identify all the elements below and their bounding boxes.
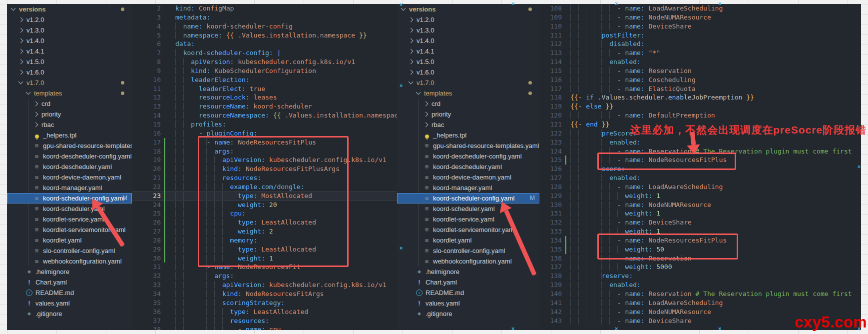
code-line-13[interactable]: 13 resourceName: koord-scheduler [132, 102, 397, 111]
tree-item-rbac[interactable]: rbac [397, 120, 539, 130]
tree-item-v1.4.1[interactable]: v1.4.1 [7, 46, 132, 56]
tree-item-koord-scheduler-config.yaml[interactable]: ≡koord-scheduler-config.yamlM [7, 193, 132, 204]
tree-item-v1.4.1[interactable]: v1.4.1 [397, 46, 539, 56]
code-line-7[interactable]: 7 koord-scheduler-config: | [132, 48, 397, 58]
tree-item-.gitignore[interactable]: ◆.gitignore [397, 308, 539, 319]
tree-item-.helmignore[interactable]: ◆.helmignore [397, 266, 539, 277]
tree-item-crd[interactable]: crd [397, 98, 539, 109]
code-line-110[interactable]: 110 - name: DeviceShare [539, 22, 861, 31]
code-line-141[interactable]: 141 - name: LoadAwareScheduling [539, 298, 861, 308]
tree-item-koord-manager.yaml[interactable]: ≡koord-manager.yaml [7, 182, 132, 193]
line-number: 113 [539, 48, 562, 58]
tree-item-versions[interactable]: versions [397, 4, 539, 14]
tree-item-v1.5.0[interactable]: v1.5.0 [397, 56, 539, 67]
code-line-115[interactable]: 115 - name: Reservation [539, 66, 861, 76]
tree-item-crd[interactable]: crd [7, 98, 132, 109]
code-line-11[interactable]: 11 leaderElect: true [132, 84, 397, 94]
code-line-137[interactable]: 137 weight: 5000 [539, 262, 861, 272]
tree-item-gpu-shared-resource-templates.yaml[interactable]: ≡gpu-shared-resource-templates.yaml [397, 140, 539, 151]
tree-item-chart.yaml[interactable]: !Chart.yaml [397, 277, 539, 288]
tree-item-koord-descheduler-config.yaml[interactable]: ≡koord-descheduler-config.yaml [7, 151, 132, 162]
code-line-34[interactable]: 34 kind: NodeResourcesFitArgs [132, 290, 397, 298]
code-line-129[interactable]: 129 weight: 1 [539, 192, 861, 200]
code-line-2[interactable]: 2kind: ConfigMap [132, 4, 397, 13]
tree-item-v1.7.0[interactable]: v1.7.0 [7, 78, 132, 88]
code-line-119[interactable]: 119{{- else }} [539, 102, 861, 111]
code-line-6[interactable]: 6data: [132, 40, 397, 48]
tree-item-gpu-shared-resource-templates.yaml[interactable]: ≡gpu-shared-resource-templates.yaml [7, 140, 132, 151]
code-line-132[interactable]: 132 - name: DeviceShare [539, 218, 861, 227]
code-line-37[interactable]: 37 resources: [132, 316, 397, 326]
tree-item-koord-scheduler.yaml[interactable]: ≡koord-scheduler.yaml [7, 204, 132, 214]
code-line-118[interactable]: 118{{- if .Values.scheduler.enableJobPre… [539, 93, 861, 102]
code-line-8[interactable]: 8 apiVersion: kubescheduler.config.k8s.i… [132, 58, 397, 66]
code-line-131[interactable]: 131 weight: 1 [539, 209, 861, 218]
code-line-114[interactable]: 114 enabled: [539, 58, 861, 66]
tree-item-versions[interactable]: versions [7, 4, 132, 14]
code-line-128[interactable]: 128 - name: LoadAwareScheduling [539, 182, 861, 192]
tree-item-readme.md[interactable]: iREADME.md [7, 288, 132, 298]
tree-item-koord-device-daemon.yaml[interactable]: ≡koord-device-daemon.yaml [397, 172, 539, 182]
tree-item-v1.4.0[interactable]: v1.4.0 [7, 36, 132, 46]
code-line-9[interactable]: 9 kind: KubeSchedulerConfiguration [132, 66, 397, 76]
tree-item-rbac[interactable]: rbac [7, 120, 132, 130]
tree-item-slo-controller-config.yaml[interactable]: ≡slo-controller-config.yaml [7, 246, 132, 256]
code-line-10[interactable]: 10 leaderElection: [132, 76, 397, 84]
tree-item-values.yaml[interactable]: !values.yaml [7, 298, 132, 308]
tree-item-v1.3.0[interactable]: v1.3.0 [397, 25, 539, 36]
tree-item-v1.7.0[interactable]: v1.7.0 [397, 78, 539, 88]
code-line-5[interactable]: 5 namespace: {{ .Values.installation.nam… [132, 31, 397, 40]
tree-item-koord-descheduler.yaml[interactable]: ≡koord-descheduler.yaml [7, 162, 132, 172]
code-line-38[interactable]: 38 - name: cpu [132, 325, 397, 330]
tree-item-v1.6.0[interactable]: v1.6.0 [397, 67, 539, 78]
code-line-36[interactable]: 36 type: LeastAllocated [132, 308, 397, 316]
code-line-120[interactable]: 120 - name: DefaultPreemption [539, 111, 861, 120]
code-line-116[interactable]: 116 - name: Coscheduling [539, 76, 861, 84]
tree-item-v1.6.0[interactable]: v1.6.0 [7, 67, 132, 78]
tree-item-koord-descheduler.yaml[interactable]: ≡koord-descheduler.yaml [397, 162, 539, 172]
tree-item-.gitignore[interactable]: ◆.gitignore [7, 308, 132, 319]
tree-item-koord-manager.yaml[interactable]: ≡koord-manager.yaml [397, 182, 539, 193]
tree-item-koord-device-daemon.yaml[interactable]: ≡koord-device-daemon.yaml [7, 172, 132, 182]
code-line-108[interactable]: 108 - name: LoadAwareScheduling [539, 4, 861, 13]
tree-item-koord-scheduler.yaml[interactable]: ≡koord-scheduler.yaml [397, 204, 539, 214]
tree-item-webhookconfiguration.yaml[interactable]: ≡webhookconfiguration.yaml [397, 256, 539, 266]
code-line-139[interactable]: 139 enabled: [539, 280, 861, 290]
tree-item--helpers.tpl[interactable]: _helpers.tpl [7, 130, 132, 140]
code-line-3[interactable]: 3metadata: [132, 13, 397, 22]
code-line-113[interactable]: 113 - name: "*" [539, 48, 861, 58]
tree-item-values.yaml[interactable]: !values.yaml [397, 298, 539, 308]
code-line-4[interactable]: 4 name: koord-scheduler-config [132, 22, 397, 31]
code-line-111[interactable]: 111 postFilter: [539, 31, 861, 40]
tree-item-.helmignore[interactable]: ◆.helmignore [7, 266, 132, 277]
tree-item-v1.2.0[interactable]: v1.2.0 [7, 14, 132, 25]
tree-item--helpers.tpl[interactable]: _helpers.tpl [397, 130, 539, 140]
tree-item-v1.3.0[interactable]: v1.3.0 [7, 25, 132, 36]
code-line-127[interactable]: 127 enabled: [539, 174, 861, 182]
code-line-33[interactable]: 33 apiVersion: kubescheduler.config.k8s.… [132, 280, 397, 290]
tree-item-chart.yaml[interactable]: !Chart.yaml [7, 277, 132, 288]
code-line-35[interactable]: 35 scoringStrategy: [132, 298, 397, 308]
code-line-32[interactable]: 32 args: [132, 272, 397, 280]
tree-item-priority[interactable]: priority [397, 109, 539, 120]
code-line-12[interactable]: 12 resourceLock: leases [132, 93, 397, 102]
tree-item-priority[interactable]: priority [7, 109, 132, 120]
code-line-109[interactable]: 109 - name: NodeNUMAResource [539, 13, 861, 22]
tree-item-koord-scheduler-config.yaml[interactable]: ≡koord-scheduler-config.yamlM [397, 193, 539, 204]
tree-item-webhookconfiguration.yaml[interactable]: ≡webhookconfiguration.yaml [7, 256, 132, 266]
tree-item-v1.5.0[interactable]: v1.5.0 [7, 56, 132, 67]
code-line-14[interactable]: 14 resourceNamespace: {{ .Values.install… [132, 111, 397, 120]
code-line-130[interactable]: 130 - name: NodeNUMAResource [539, 200, 861, 210]
code-line-138[interactable]: 138 reserve: [539, 272, 861, 280]
code-line-112[interactable]: 112 disabled: [539, 40, 861, 48]
tree-item-koord-descheduler-config.yaml[interactable]: ≡koord-descheduler-config.yaml [397, 151, 539, 162]
tree-item-v1.2.0[interactable]: v1.2.0 [397, 14, 539, 25]
tree-item-templates[interactable]: templates [397, 88, 539, 98]
code-line-15[interactable]: 15 profiles: [132, 120, 397, 129]
code-text: - name: cpu [165, 325, 281, 330]
code-line-140[interactable]: 140 - name: Reservation # The Reservatio… [539, 290, 861, 298]
code-line-117[interactable]: 117 - name: ElasticQuota [539, 84, 861, 94]
tree-item-templates[interactable]: templates [7, 88, 132, 98]
tree-item-readme.md[interactable]: iREADME.md [397, 288, 539, 298]
tree-item-v1.4.0[interactable]: v1.4.0 [397, 36, 539, 46]
